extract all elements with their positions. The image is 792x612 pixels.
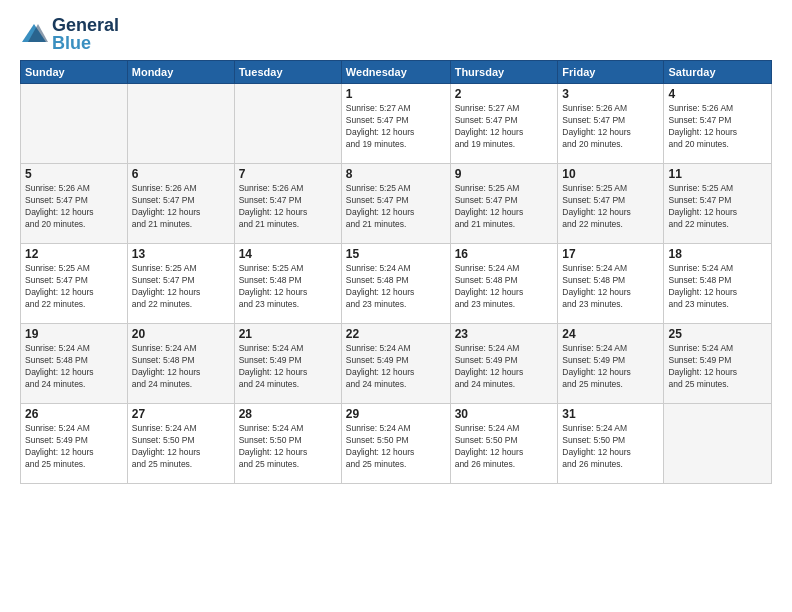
day-cell: 2Sunrise: 5:27 AM Sunset: 5:47 PM Daylig…: [450, 84, 558, 164]
day-cell: 19Sunrise: 5:24 AM Sunset: 5:48 PM Dayli…: [21, 324, 128, 404]
day-cell: 15Sunrise: 5:24 AM Sunset: 5:48 PM Dayli…: [341, 244, 450, 324]
day-cell: 28Sunrise: 5:24 AM Sunset: 5:50 PM Dayli…: [234, 404, 341, 484]
day-cell: 23Sunrise: 5:24 AM Sunset: 5:49 PM Dayli…: [450, 324, 558, 404]
day-number: 29: [346, 407, 446, 421]
day-cell: [664, 404, 772, 484]
day-info: Sunrise: 5:24 AM Sunset: 5:50 PM Dayligh…: [455, 423, 554, 471]
day-number: 14: [239, 247, 337, 261]
day-info: Sunrise: 5:25 AM Sunset: 5:47 PM Dayligh…: [346, 183, 446, 231]
day-number: 23: [455, 327, 554, 341]
day-number: 26: [25, 407, 123, 421]
day-number: 30: [455, 407, 554, 421]
day-info: Sunrise: 5:24 AM Sunset: 5:49 PM Dayligh…: [668, 343, 767, 391]
day-info: Sunrise: 5:24 AM Sunset: 5:49 PM Dayligh…: [239, 343, 337, 391]
day-cell: [127, 84, 234, 164]
day-info: Sunrise: 5:24 AM Sunset: 5:48 PM Dayligh…: [25, 343, 123, 391]
day-cell: 12Sunrise: 5:25 AM Sunset: 5:47 PM Dayli…: [21, 244, 128, 324]
day-cell: 1Sunrise: 5:27 AM Sunset: 5:47 PM Daylig…: [341, 84, 450, 164]
week-row-2: 5Sunrise: 5:26 AM Sunset: 5:47 PM Daylig…: [21, 164, 772, 244]
day-cell: 14Sunrise: 5:25 AM Sunset: 5:48 PM Dayli…: [234, 244, 341, 324]
day-cell: 25Sunrise: 5:24 AM Sunset: 5:49 PM Dayli…: [664, 324, 772, 404]
day-cell: 22Sunrise: 5:24 AM Sunset: 5:49 PM Dayli…: [341, 324, 450, 404]
day-number: 13: [132, 247, 230, 261]
day-info: Sunrise: 5:25 AM Sunset: 5:47 PM Dayligh…: [668, 183, 767, 231]
day-cell: 20Sunrise: 5:24 AM Sunset: 5:48 PM Dayli…: [127, 324, 234, 404]
day-cell: [21, 84, 128, 164]
day-info: Sunrise: 5:24 AM Sunset: 5:49 PM Dayligh…: [455, 343, 554, 391]
day-number: 17: [562, 247, 659, 261]
day-cell: 7Sunrise: 5:26 AM Sunset: 5:47 PM Daylig…: [234, 164, 341, 244]
weekday-header-sunday: Sunday: [21, 61, 128, 84]
day-cell: 6Sunrise: 5:26 AM Sunset: 5:47 PM Daylig…: [127, 164, 234, 244]
weekday-header-wednesday: Wednesday: [341, 61, 450, 84]
day-number: 1: [346, 87, 446, 101]
day-number: 28: [239, 407, 337, 421]
day-info: Sunrise: 5:24 AM Sunset: 5:50 PM Dayligh…: [562, 423, 659, 471]
day-info: Sunrise: 5:27 AM Sunset: 5:47 PM Dayligh…: [346, 103, 446, 151]
day-info: Sunrise: 5:24 AM Sunset: 5:49 PM Dayligh…: [562, 343, 659, 391]
day-info: Sunrise: 5:24 AM Sunset: 5:48 PM Dayligh…: [668, 263, 767, 311]
day-number: 6: [132, 167, 230, 181]
day-number: 12: [25, 247, 123, 261]
week-row-5: 26Sunrise: 5:24 AM Sunset: 5:49 PM Dayli…: [21, 404, 772, 484]
day-info: Sunrise: 5:24 AM Sunset: 5:50 PM Dayligh…: [132, 423, 230, 471]
weekday-header-row: SundayMondayTuesdayWednesdayThursdayFrid…: [21, 61, 772, 84]
day-number: 5: [25, 167, 123, 181]
weekday-header-friday: Friday: [558, 61, 664, 84]
day-number: 31: [562, 407, 659, 421]
day-info: Sunrise: 5:26 AM Sunset: 5:47 PM Dayligh…: [562, 103, 659, 151]
day-cell: 13Sunrise: 5:25 AM Sunset: 5:47 PM Dayli…: [127, 244, 234, 324]
day-info: Sunrise: 5:24 AM Sunset: 5:49 PM Dayligh…: [25, 423, 123, 471]
day-info: Sunrise: 5:26 AM Sunset: 5:47 PM Dayligh…: [25, 183, 123, 231]
day-info: Sunrise: 5:24 AM Sunset: 5:50 PM Dayligh…: [239, 423, 337, 471]
week-row-3: 12Sunrise: 5:25 AM Sunset: 5:47 PM Dayli…: [21, 244, 772, 324]
weekday-header-thursday: Thursday: [450, 61, 558, 84]
day-number: 22: [346, 327, 446, 341]
day-number: 15: [346, 247, 446, 261]
day-number: 9: [455, 167, 554, 181]
day-number: 24: [562, 327, 659, 341]
calendar: SundayMondayTuesdayWednesdayThursdayFrid…: [20, 60, 772, 484]
header: GeneralBlue: [20, 16, 772, 52]
day-number: 3: [562, 87, 659, 101]
day-cell: 21Sunrise: 5:24 AM Sunset: 5:49 PM Dayli…: [234, 324, 341, 404]
day-info: Sunrise: 5:26 AM Sunset: 5:47 PM Dayligh…: [239, 183, 337, 231]
day-cell: 5Sunrise: 5:26 AM Sunset: 5:47 PM Daylig…: [21, 164, 128, 244]
day-number: 27: [132, 407, 230, 421]
day-info: Sunrise: 5:25 AM Sunset: 5:48 PM Dayligh…: [239, 263, 337, 311]
day-number: 7: [239, 167, 337, 181]
day-cell: 3Sunrise: 5:26 AM Sunset: 5:47 PM Daylig…: [558, 84, 664, 164]
day-cell: 31Sunrise: 5:24 AM Sunset: 5:50 PM Dayli…: [558, 404, 664, 484]
weekday-header-tuesday: Tuesday: [234, 61, 341, 84]
logo-text: GeneralBlue: [52, 16, 119, 52]
day-info: Sunrise: 5:24 AM Sunset: 5:49 PM Dayligh…: [346, 343, 446, 391]
day-cell: 8Sunrise: 5:25 AM Sunset: 5:47 PM Daylig…: [341, 164, 450, 244]
logo: GeneralBlue: [20, 16, 119, 52]
day-cell: 29Sunrise: 5:24 AM Sunset: 5:50 PM Dayli…: [341, 404, 450, 484]
day-info: Sunrise: 5:27 AM Sunset: 5:47 PM Dayligh…: [455, 103, 554, 151]
day-cell: 16Sunrise: 5:24 AM Sunset: 5:48 PM Dayli…: [450, 244, 558, 324]
day-number: 16: [455, 247, 554, 261]
day-number: 11: [668, 167, 767, 181]
day-cell: 10Sunrise: 5:25 AM Sunset: 5:47 PM Dayli…: [558, 164, 664, 244]
week-row-4: 19Sunrise: 5:24 AM Sunset: 5:48 PM Dayli…: [21, 324, 772, 404]
day-cell: 18Sunrise: 5:24 AM Sunset: 5:48 PM Dayli…: [664, 244, 772, 324]
week-row-1: 1Sunrise: 5:27 AM Sunset: 5:47 PM Daylig…: [21, 84, 772, 164]
day-number: 10: [562, 167, 659, 181]
day-number: 25: [668, 327, 767, 341]
day-info: Sunrise: 5:25 AM Sunset: 5:47 PM Dayligh…: [132, 263, 230, 311]
day-info: Sunrise: 5:24 AM Sunset: 5:48 PM Dayligh…: [132, 343, 230, 391]
day-cell: 24Sunrise: 5:24 AM Sunset: 5:49 PM Dayli…: [558, 324, 664, 404]
page: GeneralBlue SundayMondayTuesdayWednesday…: [0, 0, 792, 612]
day-number: 4: [668, 87, 767, 101]
day-number: 19: [25, 327, 123, 341]
weekday-header-monday: Monday: [127, 61, 234, 84]
day-info: Sunrise: 5:25 AM Sunset: 5:47 PM Dayligh…: [562, 183, 659, 231]
day-info: Sunrise: 5:24 AM Sunset: 5:50 PM Dayligh…: [346, 423, 446, 471]
day-info: Sunrise: 5:25 AM Sunset: 5:47 PM Dayligh…: [455, 183, 554, 231]
logo-icon: [20, 22, 48, 46]
day-number: 21: [239, 327, 337, 341]
day-number: 18: [668, 247, 767, 261]
day-cell: 9Sunrise: 5:25 AM Sunset: 5:47 PM Daylig…: [450, 164, 558, 244]
day-info: Sunrise: 5:24 AM Sunset: 5:48 PM Dayligh…: [346, 263, 446, 311]
